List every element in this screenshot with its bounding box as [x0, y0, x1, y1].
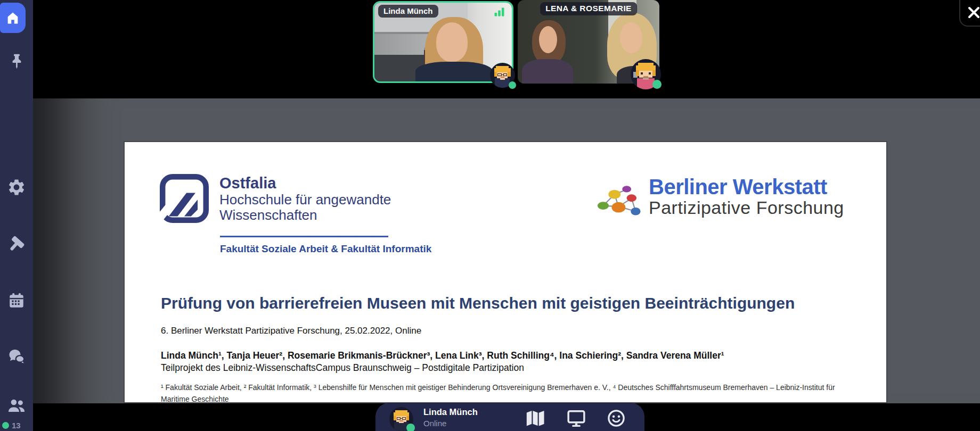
- user-name: Linda Münch: [423, 407, 478, 417]
- avatar-lena-rosemarie: [631, 59, 661, 89]
- screen-share-area: Ostfalia Hochschule für angewandte Wisse…: [33, 98, 980, 403]
- ostfalia-logo-mark: [160, 174, 209, 223]
- ostfalia-logo-text: Ostfalia Hochschule für angewandte Wisse…: [219, 174, 391, 223]
- app-window: Ostfalia Hochschule für angewandte Wisse…: [0, 0, 980, 431]
- shared-presentation-slide: Ostfalia Hochschule für angewandte Wisse…: [124, 141, 887, 403]
- video1-person-body: [415, 62, 492, 83]
- sidebar-home-button[interactable]: [0, 3, 26, 33]
- avatar-linda: [490, 63, 515, 88]
- user-status: Online: [423, 419, 446, 428]
- sidebar-chat-button[interactable]: [7, 346, 26, 366]
- slide-project-line: Teilprojekt des Leibniz-WissenschaftsCam…: [161, 362, 524, 374]
- slide-authors: Linda Münch¹, Tanja Heuer², Rosemarie Br…: [161, 350, 724, 361]
- sidebar-pin-button[interactable]: [7, 52, 26, 71]
- video2-person2-face: [620, 22, 643, 53]
- slide-title: Prüfung von barrierefreien Museen mit Me…: [161, 294, 795, 312]
- emote-icon[interactable]: [607, 409, 626, 428]
- ostfalia-line1: Hochschule für angewandte: [219, 192, 391, 208]
- bottom-control-bar: Linda Münch Online: [375, 403, 644, 431]
- screen-share-icon[interactable]: [566, 409, 586, 428]
- video1-person-face: [436, 22, 468, 62]
- online-status-dot: [406, 424, 415, 431]
- ostfalia-title: Ostfalia: [219, 174, 391, 192]
- chat-icon: [7, 346, 26, 366]
- pin-icon: [7, 52, 26, 71]
- calendar-icon: [7, 291, 26, 310]
- online-status-dot: [652, 80, 662, 89]
- video2-name-badge: LENA & ROSEMARIE: [540, 2, 637, 15]
- slide-footnote: ¹ Fakultät Soziale Arbeit, ² Fakultät In…: [161, 382, 880, 403]
- ostfalia-faculty-line: Fakultät Soziale Arbeit & Fakultät Infor…: [220, 243, 431, 255]
- close-button[interactable]: [959, 0, 980, 27]
- sidebar-settings-button[interactable]: [7, 178, 26, 197]
- home-icon: [5, 11, 20, 26]
- left-sidebar: 13: [0, 0, 33, 431]
- online-status-dot: [509, 81, 516, 89]
- self-avatar[interactable]: [389, 407, 413, 431]
- berliner-werkstatt-subtitle: Partizipative Forschung: [649, 198, 844, 217]
- video1-name-badge: Linda Münch: [378, 5, 438, 18]
- slide-event-line: 6. Berliner Werkstatt Partizipative Fors…: [161, 326, 421, 336]
- online-count-value: 13: [12, 421, 21, 430]
- signal-strength-icon: [494, 7, 505, 16]
- people-icon: [7, 396, 26, 415]
- berliner-werkstatt-logo-mark: [595, 185, 647, 219]
- online-count-dot: [2, 422, 9, 429]
- ostfalia-divider-rule: [220, 236, 388, 237]
- close-icon: [967, 6, 980, 19]
- video2-person1-body: [522, 59, 573, 84]
- hammer-icon: [7, 234, 26, 253]
- berliner-werkstatt-logo: Berliner Werkstatt Partizipative Forschu…: [595, 184, 872, 221]
- gear-icon: [7, 178, 26, 197]
- sidebar-calendar-button[interactable]: [7, 291, 26, 310]
- sidebar-participants-button[interactable]: [7, 396, 26, 415]
- map-icon[interactable]: [525, 409, 546, 428]
- berliner-werkstatt-title: Berliner Werkstatt: [649, 176, 844, 198]
- sidebar-build-button[interactable]: [7, 234, 26, 253]
- online-count: 13: [2, 421, 21, 430]
- berliner-werkstatt-logo-text: Berliner Werkstatt Partizipative Forschu…: [649, 176, 844, 217]
- ostfalia-line2: Wissenschaften: [219, 208, 391, 223]
